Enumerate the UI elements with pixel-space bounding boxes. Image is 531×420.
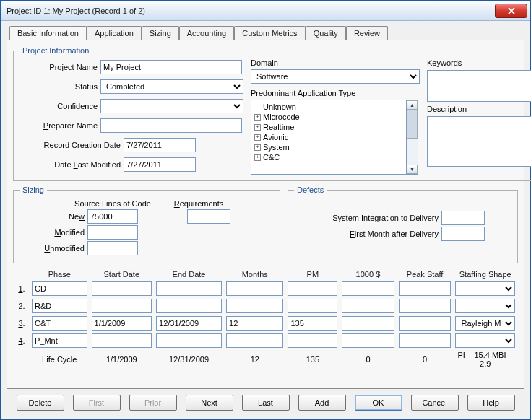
phase-3-end[interactable] — [156, 316, 222, 331]
tab-label: Quality — [314, 29, 338, 38]
app-type-tree[interactable]: Unknown +Microcode +Realtime +Avionic +S… — [251, 100, 407, 175]
tree-item-unknown[interactable]: Unknown — [253, 102, 405, 112]
table-row: 1. — [14, 281, 517, 297]
phase-3-months[interactable] — [226, 316, 283, 331]
tab-quality[interactable]: Quality — [306, 26, 346, 40]
project-name-input[interactable] — [100, 60, 242, 74]
phase-3-peak[interactable] — [399, 316, 452, 331]
scroll-track[interactable] — [407, 139, 418, 165]
phase-3-shape[interactable]: Rayleigh Med Front Load — [455, 316, 515, 331]
keywords-textarea[interactable] — [427, 70, 531, 102]
window-title: Project ID 1: My Project (Record 1 of 2) — [7, 6, 495, 15]
tab-label: Application — [95, 29, 134, 38]
description-textarea[interactable] — [427, 116, 531, 167]
unmodified-sloc-input[interactable] — [87, 241, 138, 255]
phase-4-peak[interactable] — [399, 333, 452, 348]
expand-icon[interactable]: + — [254, 134, 261, 141]
phase-3-code[interactable] — [32, 316, 87, 331]
tree-item-cc[interactable]: +C&C — [253, 152, 405, 162]
tab-application[interactable]: Application — [87, 26, 142, 40]
expand-icon[interactable]: + — [254, 114, 261, 121]
confidence-select[interactable] — [100, 99, 243, 113]
tree-item-avionic[interactable]: +Avionic — [253, 132, 405, 142]
tree-item-realtime[interactable]: +Realtime — [253, 122, 405, 132]
requirements-header: Requirements — [163, 199, 235, 208]
tab-panel-basic: Project Information Project Name Status … — [7, 40, 524, 389]
phase-2-end[interactable] — [156, 299, 222, 313]
project-information-group: Project Information Project Name Status … — [13, 46, 531, 181]
phase-1-pm[interactable] — [288, 281, 337, 296]
lifecycle-pi-mbi: PI = 15.4 MBI = 2.9 — [454, 350, 517, 369]
phase-1-code[interactable] — [32, 281, 87, 296]
phase-2-dollars[interactable] — [342, 299, 394, 313]
first-month-input[interactable] — [441, 227, 485, 241]
tab-custom-metrics[interactable]: Custom Metrics — [234, 26, 305, 40]
phase-1-months[interactable] — [226, 281, 283, 296]
phase-2-shape[interactable] — [455, 299, 515, 313]
phase-1-shape[interactable] — [455, 281, 515, 296]
tab-review[interactable]: Review — [346, 26, 388, 40]
titlebar[interactable]: Project ID 1: My Project (Record 1 of 2) — [1, 1, 530, 21]
expand-icon[interactable]: + — [254, 124, 261, 131]
phase-4-start[interactable] — [92, 333, 152, 348]
close-button[interactable] — [495, 4, 527, 18]
lifecycle-dollars: 0 — [340, 350, 395, 369]
expand-icon[interactable]: + — [254, 154, 261, 161]
phase-1-peak[interactable] — [399, 281, 452, 296]
last-button[interactable]: Last — [242, 395, 290, 411]
prior-button[interactable]: Prior — [129, 395, 177, 411]
phase-3-start[interactable] — [92, 316, 152, 331]
ok-button[interactable]: OK — [355, 395, 402, 411]
phase-1-end[interactable] — [156, 281, 222, 296]
scroll-down-button[interactable]: ▼ — [407, 165, 418, 174]
lifecycle-start: 1/1/2009 — [90, 350, 154, 369]
project-info-left-column: Project Name Status Completed Confidence — [20, 58, 243, 175]
record-created-input[interactable] — [124, 138, 196, 152]
help-button[interactable]: Help — [467, 395, 515, 411]
scroll-up-button[interactable]: ▲ — [407, 100, 418, 110]
phase-1-dollars[interactable] — [342, 281, 394, 296]
phase-2-months[interactable] — [226, 299, 283, 313]
cancel-button[interactable]: Cancel — [411, 395, 459, 411]
first-button[interactable]: First — [73, 395, 121, 411]
phase-4-pm[interactable] — [288, 333, 337, 348]
phase-4-code[interactable] — [32, 333, 87, 348]
phase-4-dollars[interactable] — [342, 333, 394, 348]
add-button[interactable]: Add — [298, 395, 346, 411]
delete-button[interactable]: Delete — [17, 395, 64, 411]
phase-1-start[interactable] — [92, 281, 152, 296]
requirements-input[interactable] — [187, 209, 230, 224]
new-sloc-input[interactable] — [87, 209, 138, 224]
phase-4-shape[interactable] — [455, 333, 515, 348]
next-button[interactable]: Next — [186, 395, 233, 411]
phase-2-start[interactable] — [92, 299, 152, 313]
tab-label: Basic Information — [17, 29, 79, 38]
table-row: 4. — [14, 333, 517, 349]
tab-basic-information[interactable]: Basic Information — [9, 26, 87, 40]
tree-item-microcode[interactable]: +Microcode — [253, 112, 405, 122]
expand-icon[interactable]: + — [254, 144, 261, 151]
lifecycle-pm: 135 — [286, 350, 339, 369]
tab-label: Custom Metrics — [242, 29, 297, 38]
description-label: Description — [427, 105, 531, 113]
preparer-input[interactable] — [100, 118, 242, 133]
phase-2-peak[interactable] — [399, 299, 452, 313]
status-select[interactable]: Completed — [100, 79, 243, 94]
phase-3-dollars[interactable] — [342, 316, 394, 331]
confidence-label: Confidence — [20, 102, 98, 110]
phase-4-end[interactable] — [156, 333, 222, 348]
phase-4-months[interactable] — [226, 333, 283, 348]
domain-select[interactable]: Software — [251, 69, 420, 84]
tree-item-system[interactable]: +System — [253, 142, 405, 152]
modified-sloc-input[interactable] — [87, 225, 138, 240]
date-modified-label: Date Last Modified — [20, 160, 121, 169]
date-modified-input[interactable] — [124, 157, 196, 172]
phase-2-pm[interactable] — [288, 299, 337, 313]
phase-3-pm[interactable] — [288, 316, 337, 331]
scroll-thumb[interactable] — [407, 110, 418, 139]
tab-accounting[interactable]: Accounting — [179, 26, 234, 40]
tab-sizing[interactable]: Sizing — [142, 26, 179, 40]
defects-legend: Defects — [294, 185, 327, 194]
phase-2-code[interactable] — [32, 299, 87, 313]
sys-integration-input[interactable] — [441, 211, 485, 225]
